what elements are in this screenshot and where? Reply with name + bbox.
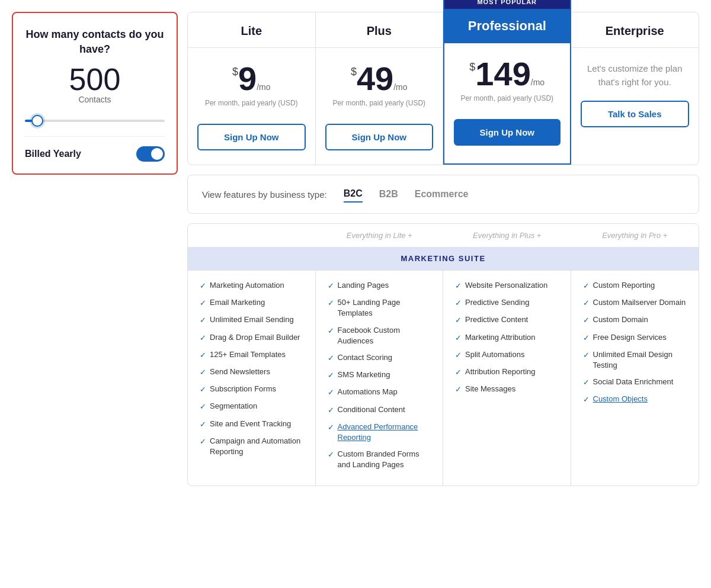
business-type-label: View features by business type: — [202, 189, 327, 200]
everything-professional: Everything in Plus + — [443, 231, 571, 240]
plan-professional: MOST POPULAR Professional $ 149 /mo Per … — [443, 0, 571, 165]
everything-enterprise: Everything in Pro + — [571, 231, 699, 240]
check-icon: ✓ — [583, 350, 590, 361]
list-item: ✓ Subscription Forms — [200, 384, 306, 395]
price-mo-lite: /mo — [257, 82, 270, 92]
contacts-slider[interactable] — [25, 120, 165, 122]
list-item: ✓ Custom Domain — [583, 314, 690, 326]
check-icon: ✓ — [328, 449, 334, 460]
list-item: ✓ Social Data Enrichment — [583, 377, 690, 388]
list-item: ✓ Conditional Content — [328, 404, 434, 416]
list-item: ✓ Segmentation — [200, 401, 306, 412]
check-icon: ✓ — [200, 419, 206, 430]
feature-text: SMS Marketing — [338, 369, 390, 380]
custom-objects-link[interactable]: Custom Objects — [593, 394, 648, 404]
plans-row: Lite $ 9 /mo Per month, paid yearly (USD… — [187, 12, 699, 165]
check-icon: ✓ — [200, 315, 206, 326]
check-icon: ✓ — [583, 281, 590, 291]
list-item: ✓ Automations Map — [328, 387, 434, 398]
features-col-professional: ✓ Website Personalization ✓ Predictive S… — [443, 271, 571, 486]
list-item: ✓ Custom Mailserver Domain — [583, 297, 690, 309]
check-icon: ✓ — [328, 370, 334, 381]
price-mo-plus: /mo — [393, 82, 407, 92]
feature-text: Segmentation — [210, 401, 257, 412]
price-amount-professional: 149 — [475, 57, 530, 91]
feature-text: Free Design Services — [593, 332, 667, 343]
talk-to-sales-button[interactable]: Talk to Sales — [581, 101, 690, 127]
check-icon: ✓ — [455, 384, 462, 395]
check-icon: ✓ — [583, 394, 590, 405]
price-dollar-lite: $ — [232, 66, 238, 78]
slider-container — [25, 114, 165, 124]
contacts-panel: How many contacts do you have? 500 Conta… — [12, 12, 178, 175]
list-item: ✓ Free Design Services — [583, 332, 690, 343]
plan-enterprise-header: Enterprise — [571, 12, 699, 48]
signup-button-lite[interactable]: Sign Up Now — [197, 124, 306, 150]
list-item: ✓ Advanced Performance Reporting — [328, 422, 434, 443]
plan-professional-btn-area: Sign Up Now — [444, 119, 570, 160]
plan-enterprise: Enterprise Let's customize the plan that… — [571, 12, 699, 165]
list-item: ✓ Email Marketing — [200, 297, 306, 309]
feature-text: Contact Scoring — [338, 352, 393, 363]
feature-text: Marketing Attribution — [465, 332, 536, 343]
price-row-professional: $ 149 /mo — [454, 57, 561, 91]
signup-button-plus[interactable]: Sign Up Now — [325, 124, 434, 150]
feature-text: Facebook Custom Audiences — [338, 325, 434, 346]
feature-text: Custom Domain — [593, 314, 648, 325]
plan-professional-name: Professional — [454, 18, 561, 34]
price-dollar-professional: $ — [469, 61, 475, 73]
price-amount-lite: 9 — [238, 62, 257, 95]
check-icon: ✓ — [200, 281, 206, 291]
check-icon: ✓ — [583, 315, 590, 326]
list-item: ✓ Predictive Content — [455, 314, 561, 326]
list-item: ✓ Site and Event Tracking — [200, 419, 306, 430]
check-icon: ✓ — [200, 384, 206, 395]
plan-plus-btn-area: Sign Up Now — [316, 124, 443, 165]
check-icon: ✓ — [328, 422, 334, 433]
list-item: ✓ Unlimited Email Design Testing — [583, 349, 690, 371]
check-icon: ✓ — [200, 367, 206, 378]
feature-text: 125+ Email Templates — [210, 349, 286, 360]
tab-ecommerce[interactable]: Ecommerce — [415, 187, 469, 202]
price-dollar-plus: $ — [351, 66, 357, 78]
check-icon: ✓ — [455, 298, 462, 309]
list-item: ✓ Marketing Automation — [200, 280, 306, 291]
feature-text: Email Marketing — [210, 297, 265, 308]
contacts-label: Contacts — [78, 95, 111, 104]
feature-text: Conditional Content — [338, 404, 405, 415]
plan-enterprise-name: Enterprise — [581, 24, 690, 38]
price-row-lite: $ 9 /mo — [197, 62, 306, 95]
list-item: ✓ Site Messages — [455, 384, 561, 395]
check-icon: ✓ — [328, 326, 334, 336]
billed-label: Billed Yearly — [25, 149, 81, 159]
check-icon: ✓ — [200, 401, 206, 412]
price-note-professional: Per month, paid yearly (USD) — [454, 94, 561, 102]
feature-text: Campaign and Automation Reporting — [210, 436, 306, 457]
tab-b2c[interactable]: B2C — [344, 186, 363, 203]
feature-text: Landing Pages — [338, 280, 389, 291]
advanced-reporting-link[interactable]: Advanced Performance Reporting — [338, 422, 434, 443]
list-item: ✓ Split Automations — [455, 349, 561, 361]
check-icon: ✓ — [328, 298, 334, 309]
list-item: ✓ Campaign and Automation Reporting — [200, 436, 306, 457]
list-item: ✓ Custom Reporting — [583, 280, 690, 291]
billed-yearly-toggle[interactable] — [136, 146, 165, 162]
check-icon: ✓ — [328, 387, 334, 398]
everything-row: Everything in Lite + Everything in Plus … — [188, 224, 699, 247]
signup-button-professional[interactable]: Sign Up Now — [454, 119, 561, 146]
pricing-page: How many contacts do you have? 500 Conta… — [12, 12, 699, 486]
most-popular-badge: MOST POPULAR — [444, 0, 570, 9]
check-icon: ✓ — [455, 281, 462, 291]
list-item: ✓ Predictive Sending — [455, 297, 561, 309]
list-item: ✓ Contact Scoring — [328, 352, 434, 364]
plan-plus: Plus $ 49 /mo Per month, paid yearly (US… — [316, 12, 444, 165]
plan-plus-price: $ 49 /mo Per month, paid yearly (USD) — [316, 48, 443, 124]
feature-text: Unlimited Email Sending — [210, 314, 294, 325]
plan-lite-name: Lite — [197, 24, 306, 38]
contacts-question: How many contacts do you have? — [25, 27, 165, 57]
plan-lite-btn-area: Sign Up Now — [188, 124, 315, 165]
tab-b2b[interactable]: B2B — [379, 187, 398, 202]
features-col-plus: ✓ Landing Pages ✓ 50+ Landing Page Templ… — [316, 271, 444, 486]
features-col-lite: ✓ Marketing Automation ✓ Email Marketing… — [188, 271, 316, 486]
check-icon: ✓ — [328, 405, 334, 416]
